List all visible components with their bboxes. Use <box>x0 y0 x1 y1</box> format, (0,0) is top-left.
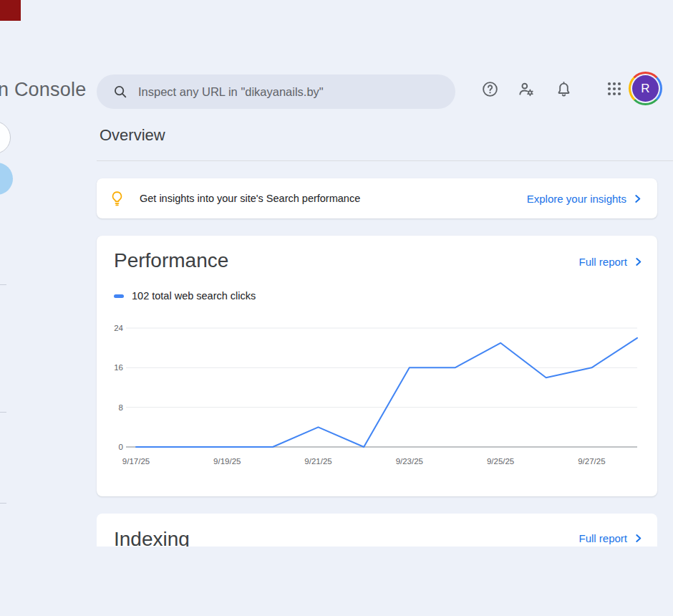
sidebar-active-item-highlight[interactable] <box>0 163 13 195</box>
help-icon <box>481 80 499 98</box>
indexing-card-title: Indexing <box>114 528 190 547</box>
chevron-right-icon <box>634 258 642 266</box>
chevron-right-icon <box>634 534 642 542</box>
performance-chart-svg: 0816249/17/259/19/259/21/259/23/259/25/2… <box>104 314 650 471</box>
account-avatar[interactable]: R <box>629 72 662 105</box>
avatar-initial: R <box>632 75 659 102</box>
performance-card-title: Performance <box>114 249 228 272</box>
insights-banner: Get insights into your site's Search per… <box>97 178 657 218</box>
svg-text:9/23/25: 9/23/25 <box>396 457 423 466</box>
sidebar-divider <box>0 412 6 413</box>
performance-card: Performance Full report 102 total web se… <box>97 236 657 496</box>
svg-text:9/17/25: 9/17/25 <box>122 457 150 466</box>
insight-banner-text: Get insights into your site's Search per… <box>140 193 360 204</box>
svg-text:9/25/25: 9/25/25 <box>487 457 514 466</box>
legend-series-dash <box>114 294 124 298</box>
header-divider <box>97 160 673 161</box>
performance-full-report-link[interactable]: Full report <box>578 256 642 268</box>
app-logo-text: n Console <box>0 79 86 101</box>
legend-label: 102 total web search clicks <box>132 290 256 302</box>
explore-insights-link[interactable]: Explore your insights <box>527 193 641 205</box>
lightbulb-icon <box>109 190 125 208</box>
sidebar-divider <box>0 503 6 504</box>
page-title: Overview <box>100 126 165 145</box>
chart-legend: 102 total web search clicks <box>114 290 256 302</box>
svg-text:9/21/25: 9/21/25 <box>304 457 331 466</box>
svg-text:24: 24 <box>114 324 123 332</box>
sidebar-divider <box>0 284 6 285</box>
indexing-full-report-link[interactable]: Full report <box>578 532 642 544</box>
search-console-overview-page: n Console <box>0 0 673 616</box>
svg-text:9/27/25: 9/27/25 <box>578 457 605 466</box>
svg-text:0: 0 <box>119 443 123 451</box>
chevron-right-icon <box>634 195 641 203</box>
apps-grid-icon <box>606 80 623 97</box>
svg-text:9/19/25: 9/19/25 <box>213 457 241 466</box>
recording-indicator-square <box>0 0 21 21</box>
help-button[interactable] <box>480 80 499 98</box>
url-inspection-searchbar[interactable] <box>97 74 455 109</box>
user-settings-button[interactable] <box>517 80 536 98</box>
svg-text:8: 8 <box>119 403 123 412</box>
sidebar-collapsed-button[interactable] <box>0 121 11 154</box>
indexing-card: Indexing Full report <box>97 514 657 547</box>
google-apps-button[interactable] <box>605 80 624 98</box>
svg-text:16: 16 <box>114 363 123 372</box>
user-settings-icon <box>517 80 536 99</box>
clicks-line-chart: 0816249/17/259/19/259/21/259/23/259/25/2… <box>104 314 650 473</box>
notifications-icon <box>555 80 573 98</box>
search-input[interactable] <box>138 85 444 99</box>
notifications-button[interactable] <box>554 80 573 98</box>
search-icon <box>112 84 128 100</box>
